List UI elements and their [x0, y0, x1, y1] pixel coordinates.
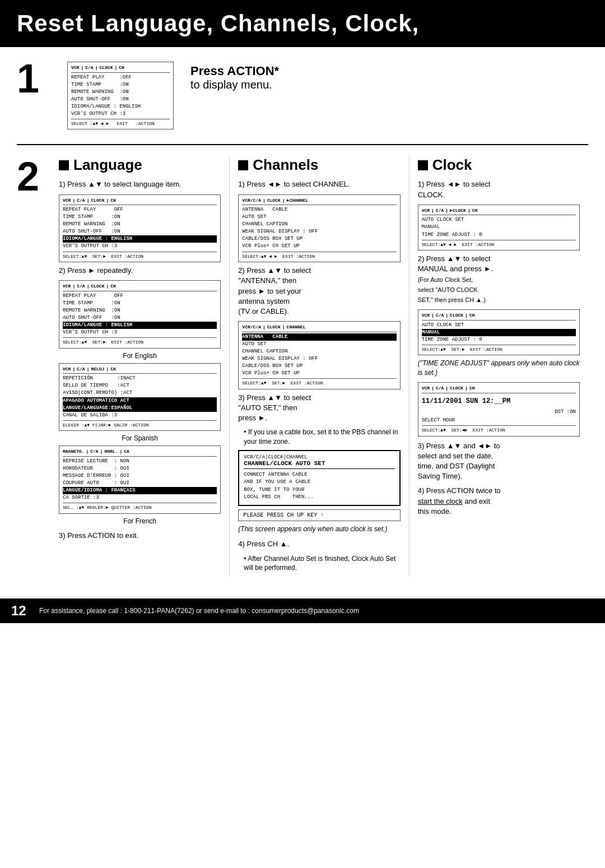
ch-bullet1: If you use a cable box, set it to the PB…: [244, 428, 400, 447]
channel-auto-title: CHANNEL/CLOCK AUTO SET: [244, 460, 394, 469]
language-column: Language 1) Press ▲▼ to select language …: [50, 156, 230, 576]
clock-title: Clock: [432, 156, 472, 174]
ch-screen1: VCR/C/A|CLOCK|►CHANNEL ANTENNA CABLE AUT…: [238, 194, 400, 262]
footer-page-number: 12: [11, 603, 28, 619]
channels-icon-square: [238, 160, 248, 170]
clock-column: Clock 1) Press ◄► to selectCLOCK. VCR|C/…: [409, 156, 588, 576]
lang-screen-french: MAGNETO.|C/A|HORL.|CA REPRISE LECTURE : …: [59, 445, 221, 513]
clock-header: Clock: [418, 156, 580, 174]
screen-1: VCR|C/A|CLOCK|CH REPEAT PLAY :OFF TIME S…: [67, 62, 174, 129]
for-english-label: For English: [59, 352, 221, 360]
ch-step3-text: 3) Press ▲▼ to select"AUTO SET," thenpre…: [238, 393, 400, 424]
section-2: 2 Language 1) Press ▲▼ to select languag…: [17, 156, 588, 576]
lang-screen-spanish: VCR|C/A|RELOJ|CA REPETICIÓN :INACT SELLO…: [59, 363, 221, 431]
lang-step1-text: 1) Press ▲▼ to select language item.: [59, 179, 221, 189]
channels-column: Channels 1) Press ◄► to select CHANNEL. …: [230, 156, 409, 576]
clock-time-zone-note: ("TIME ZONE ADJUST" appears only when au…: [418, 359, 580, 378]
screen-1-line4: AUTO SHUT-OFF :ON: [71, 96, 170, 103]
section-1: 1 VCR|C/A|CLOCK|CH REPEAT PLAY :OFF TIME…: [17, 58, 588, 145]
clock-screen3: VCR|C/A|CLOCK|CH 11/11/2001 SUN 12:__PM …: [418, 382, 580, 437]
channel-auto-content: CONNECT ANTENNA CABLEAND IF YOU USE A CA…: [244, 471, 394, 502]
channel-auto-box: VCR/C/A|CLOCK|CHANNEL CHANNEL/CLOCK AUTO…: [238, 450, 400, 506]
to-display-label: to display menu.: [190, 78, 279, 91]
channels-header: Channels: [238, 156, 400, 174]
page-footer: 12 For assistance, please call : 1-800-2…: [0, 598, 605, 623]
clock-step1-text: 1) Press ◄► to selectCLOCK.: [418, 179, 580, 199]
please-press: PLEASE PRESS CH UP KEY ↑: [238, 509, 400, 521]
clock-icon-square: [418, 160, 428, 170]
lang-step2-text: 2) Press ► repeatedly.: [59, 266, 221, 276]
clock-step2-text: 2) Press ▲▼ to selectMANUAL and press ►.…: [418, 254, 580, 305]
press-action-label: Press ACTION*: [190, 64, 279, 78]
lang-step3-text: 3) Press ACTION to exit.: [59, 531, 221, 541]
clock-step3-text: 3) Press ▲▼ and ◄► toselect and set the …: [418, 441, 580, 482]
clock-screen1: VCR|C/A|►CLOCK|CH AUTO CLOCK SET MANUAL …: [418, 205, 580, 250]
ch-screen2: VCR/C/A|CLOCK|CHANNEL ANTENNA CABLE AUTO…: [238, 321, 400, 389]
step-1-number: 1: [17, 58, 50, 99]
screen-1-line3: REMOTE WARNING :ON: [71, 89, 170, 96]
ch-step1-text: 1) Press ◄► to select CHANNEL.: [238, 179, 400, 189]
lang-screen1: VCR|C/A|CLOCK|CH REPEAT PLAY OFF TIME ST…: [59, 194, 221, 262]
section-1-text: Press ACTION* to display menu.: [190, 58, 279, 91]
screen-1-line1: REPEAT PLAY :OFF: [71, 74, 170, 81]
three-columns: Language 1) Press ▲▼ to select language …: [50, 156, 588, 576]
page-title: Reset Language, Channels, Clock,: [0, 0, 605, 47]
ch-bullet2: After Channel Auto Set is finished, Cloc…: [244, 554, 400, 573]
channels-title: Channels: [253, 156, 318, 174]
for-french-label: For French: [59, 517, 221, 525]
language-title: Language: [73, 156, 142, 174]
clock-step4-text: 4) Press ACTION twice tostart the clock …: [418, 486, 580, 517]
language-icon-square: [59, 160, 69, 170]
language-header: Language: [59, 156, 221, 174]
screen-1-line2: TIME STAMP :ON: [71, 81, 170, 89]
clock-screen2: VCR|C/A|CLOCK|CH AUTO CLOCK SET MANUAL T…: [418, 309, 580, 355]
for-spanish-label: For Spanish: [59, 434, 221, 442]
ch-step2-text: 2) Press ▲▼ to select"ANTENNA," thenpres…: [238, 266, 400, 317]
ch-step4-text: 4) Press CH ▲.: [238, 539, 400, 549]
footer-text: For assistance, please call : 1-800-211-…: [39, 607, 359, 615]
lang-screen2: VCR|C/A|CLOCK|CH REPEAT PLAY OFF TIME ST…: [59, 280, 221, 348]
screen-1-line5: IDIOMA/LANGUE : ENGLISH: [71, 103, 170, 110]
screen-1-header: VCR|C/A|CLOCK|CH: [71, 64, 170, 73]
screen-1-footer: SELECT :▲▼ ◄ ► EXIT :ACTION: [71, 119, 170, 127]
step-2-number: 2: [17, 156, 50, 197]
screen-1-line6: VCR'S OUTPUT CH :3: [71, 110, 170, 118]
ch-note-auto: (This screen appears only when auto cloc…: [238, 524, 400, 534]
